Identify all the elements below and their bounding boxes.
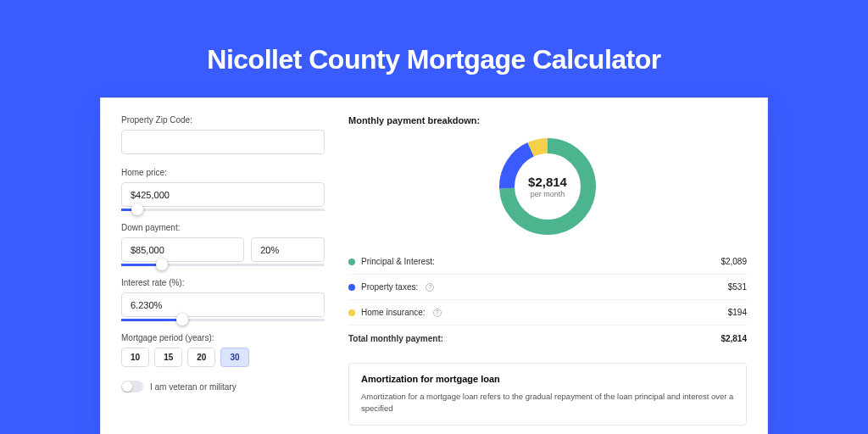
period-option-10[interactable]: 10: [121, 348, 149, 367]
dot-taxes: [348, 284, 355, 291]
zip-label: Property Zip Code:: [121, 115, 325, 125]
period-option-15[interactable]: 15: [154, 348, 182, 367]
veteran-row: I am veteran or military: [121, 381, 325, 392]
period-option-20[interactable]: 20: [187, 348, 215, 367]
interest-rate-input[interactable]: [121, 292, 325, 317]
amortization-text: Amortization for a mortgage loan refers …: [361, 391, 734, 415]
amortization-title: Amortization for mortgage loan: [361, 374, 734, 384]
breakdown-title: Monthly payment breakdown:: [348, 115, 747, 125]
legend-value-insurance: $194: [728, 308, 747, 317]
calculator-card: Property Zip Code: Home price: Down paym…: [100, 97, 768, 434]
dot-principal: [348, 259, 355, 265]
legend-label-principal: Principal & Interest:: [361, 257, 435, 266]
home-price-block: Home price:: [121, 168, 325, 211]
legend-row-principal: Principal & Interest: $2,089: [348, 249, 747, 275]
down-payment-slider[interactable]: [121, 264, 325, 266]
home-price-slider-thumb[interactable]: [131, 203, 143, 215]
interest-rate-slider-thumb[interactable]: [176, 314, 188, 326]
veteran-toggle-knob: [122, 381, 132, 392]
period-options: 10 15 20 30: [121, 348, 325, 367]
legend-label-insurance: Home insurance:: [361, 308, 426, 317]
interest-rate-slider-fill: [121, 319, 182, 321]
form-panel: Property Zip Code: Home price: Down paym…: [121, 115, 325, 426]
down-payment-amount-input[interactable]: [121, 237, 244, 262]
home-price-label: Home price:: [121, 168, 325, 177]
zip-input[interactable]: [121, 130, 325, 154]
period-block: Mortgage period (years): 10 15 20 30: [121, 333, 325, 367]
donut-wrap: $2,814 per month: [348, 136, 747, 237]
donut-sub: per month: [531, 190, 565, 198]
info-icon[interactable]: ?: [426, 283, 434, 292]
period-label: Mortgage period (years):: [121, 333, 325, 342]
down-payment-block: Down payment:: [121, 223, 325, 266]
veteran-toggle[interactable]: [121, 381, 143, 392]
donut-center: $2,814 per month: [497, 136, 598, 237]
amortization-box: Amortization for mortgage loan Amortizat…: [348, 363, 747, 426]
legend-label-taxes: Property taxes:: [361, 282, 418, 292]
interest-rate-label: Interest rate (%):: [121, 278, 325, 287]
period-option-30[interactable]: 30: [220, 348, 248, 367]
home-price-input[interactable]: [121, 182, 325, 207]
donut-amount: $2,814: [528, 175, 567, 189]
legend-value-principal: $2,089: [721, 257, 747, 266]
donut-chart: $2,814 per month: [497, 136, 598, 237]
legend-row-total: Total monthly payment: $2,814: [348, 326, 747, 351]
legend-row-insurance: Home insurance: ? $194: [348, 300, 747, 326]
info-icon[interactable]: ?: [433, 309, 442, 317]
zip-block: Property Zip Code:: [121, 115, 325, 154]
legend-row-taxes: Property taxes: ? $531: [348, 275, 747, 300]
legend-value-taxes: $531: [728, 282, 747, 292]
down-payment-pct-input[interactable]: [251, 237, 325, 262]
legend-value-total: $2,814: [721, 334, 747, 343]
veteran-label: I am veteran or military: [150, 382, 236, 392]
interest-rate-block: Interest rate (%):: [121, 278, 325, 321]
home-price-slider[interactable]: [121, 209, 325, 211]
dot-insurance: [348, 309, 355, 316]
interest-rate-slider[interactable]: [121, 319, 325, 321]
legend-label-total: Total monthly payment:: [348, 334, 443, 343]
down-payment-slider-thumb[interactable]: [156, 259, 168, 270]
down-payment-label: Down payment:: [121, 223, 325, 232]
breakdown-panel: Monthly payment breakdown: $2,814 per mo…: [348, 115, 747, 426]
page-title: Nicollet County Mortgage Calculator: [0, 0, 868, 97]
